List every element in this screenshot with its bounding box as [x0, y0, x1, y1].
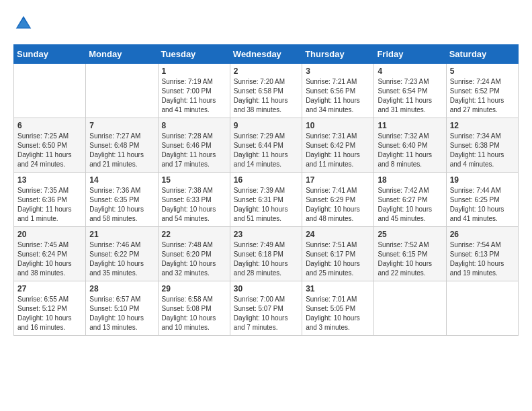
- calendar-cell: 31Sunrise: 7:01 AM Sunset: 5:05 PM Dayli…: [302, 281, 374, 336]
- calendar-cell: 22Sunrise: 7:48 AM Sunset: 6:20 PM Dayli…: [158, 227, 230, 281]
- day-info: Sunrise: 6:58 AM Sunset: 5:08 PM Dayligh…: [162, 295, 226, 332]
- day-info: Sunrise: 6:57 AM Sunset: 5:10 PM Dayligh…: [89, 295, 154, 332]
- day-number: 22: [162, 230, 226, 239]
- day-info: Sunrise: 7:19 AM Sunset: 7:00 PM Dayligh…: [162, 77, 226, 115]
- day-number: 6: [17, 121, 82, 130]
- calendar-cell: 27Sunrise: 6:55 AM Sunset: 5:12 PM Dayli…: [14, 281, 86, 336]
- day-number: 26: [450, 230, 515, 239]
- day-info: Sunrise: 7:54 AM Sunset: 6:13 PM Dayligh…: [450, 240, 515, 278]
- page-header: [13, 13, 519, 34]
- day-number: 27: [17, 284, 82, 293]
- weekday-header-thursday: Thursday: [302, 45, 374, 64]
- day-info: Sunrise: 7:34 AM Sunset: 6:38 PM Dayligh…: [450, 132, 515, 169]
- day-info: Sunrise: 7:42 AM Sunset: 6:27 PM Dayligh…: [378, 186, 442, 224]
- day-number: 5: [450, 66, 515, 76]
- day-number: 23: [234, 230, 298, 239]
- calendar-cell: [86, 64, 158, 118]
- day-info: Sunrise: 7:38 AM Sunset: 6:33 PM Dayligh…: [162, 186, 226, 224]
- day-number: 16: [234, 175, 298, 185]
- day-info: Sunrise: 7:27 AM Sunset: 6:48 PM Dayligh…: [89, 132, 154, 169]
- calendar-cell: 19Sunrise: 7:44 AM Sunset: 6:25 PM Dayli…: [446, 173, 518, 227]
- day-info: Sunrise: 7:00 AM Sunset: 5:07 PM Dayligh…: [234, 295, 298, 332]
- day-info: Sunrise: 7:46 AM Sunset: 6:22 PM Dayligh…: [89, 240, 154, 278]
- weekday-header-friday: Friday: [374, 45, 446, 64]
- calendar-cell: 8Sunrise: 7:28 AM Sunset: 6:46 PM Daylig…: [158, 118, 230, 173]
- week-row-3: 13Sunrise: 7:35 AM Sunset: 6:36 PM Dayli…: [14, 173, 519, 227]
- day-info: Sunrise: 7:41 AM Sunset: 6:29 PM Dayligh…: [306, 186, 370, 224]
- calendar-cell: 2Sunrise: 7:20 AM Sunset: 6:58 PM Daylig…: [230, 64, 302, 118]
- day-info: Sunrise: 7:21 AM Sunset: 6:56 PM Dayligh…: [306, 77, 370, 115]
- calendar-cell: 4Sunrise: 7:23 AM Sunset: 6:54 PM Daylig…: [374, 64, 446, 118]
- calendar-cell: 29Sunrise: 6:58 AM Sunset: 5:08 PM Dayli…: [158, 281, 230, 336]
- calendar-cell: 23Sunrise: 7:49 AM Sunset: 6:18 PM Dayli…: [230, 227, 302, 281]
- day-number: 8: [162, 121, 226, 130]
- calendar-cell: 3Sunrise: 7:21 AM Sunset: 6:56 PM Daylig…: [302, 64, 374, 118]
- day-number: 4: [378, 66, 442, 76]
- calendar-table: SundayMondayTuesdayWednesdayThursdayFrid…: [13, 44, 519, 336]
- calendar-cell: 6Sunrise: 7:25 AM Sunset: 6:50 PM Daylig…: [14, 118, 86, 173]
- day-info: Sunrise: 7:39 AM Sunset: 6:31 PM Dayligh…: [234, 186, 298, 224]
- calendar-cell: 7Sunrise: 7:27 AM Sunset: 6:48 PM Daylig…: [86, 118, 158, 173]
- weekday-header-tuesday: Tuesday: [158, 45, 230, 64]
- day-info: Sunrise: 7:29 AM Sunset: 6:44 PM Dayligh…: [234, 132, 298, 169]
- weekday-header-wednesday: Wednesday: [230, 45, 302, 64]
- calendar-cell: 1Sunrise: 7:19 AM Sunset: 7:00 PM Daylig…: [158, 64, 230, 118]
- calendar-cell: [14, 64, 86, 118]
- calendar-cell: 26Sunrise: 7:54 AM Sunset: 6:13 PM Dayli…: [446, 227, 518, 281]
- weekday-header-row: SundayMondayTuesdayWednesdayThursdayFrid…: [14, 45, 519, 64]
- day-number: 2: [234, 66, 298, 76]
- day-number: 14: [89, 175, 154, 185]
- day-number: 29: [162, 284, 226, 293]
- calendar-cell: 10Sunrise: 7:31 AM Sunset: 6:42 PM Dayli…: [302, 118, 374, 173]
- day-info: Sunrise: 7:01 AM Sunset: 5:05 PM Dayligh…: [306, 295, 370, 332]
- week-row-5: 27Sunrise: 6:55 AM Sunset: 5:12 PM Dayli…: [14, 281, 519, 336]
- calendar-cell: 25Sunrise: 7:52 AM Sunset: 6:15 PM Dayli…: [374, 227, 446, 281]
- week-row-2: 6Sunrise: 7:25 AM Sunset: 6:50 PM Daylig…: [14, 118, 519, 173]
- day-info: Sunrise: 7:51 AM Sunset: 6:17 PM Dayligh…: [306, 240, 370, 278]
- day-number: 21: [89, 230, 154, 239]
- calendar-cell: 21Sunrise: 7:46 AM Sunset: 6:22 PM Dayli…: [86, 227, 158, 281]
- day-number: 24: [306, 230, 370, 239]
- day-number: 10: [306, 121, 370, 130]
- weekday-header-saturday: Saturday: [446, 45, 518, 64]
- day-number: 17: [306, 175, 370, 185]
- day-number: 19: [450, 175, 515, 185]
- day-info: Sunrise: 6:55 AM Sunset: 5:12 PM Dayligh…: [17, 295, 82, 332]
- day-number: 15: [162, 175, 226, 185]
- calendar-cell: [446, 281, 518, 336]
- day-info: Sunrise: 7:36 AM Sunset: 6:35 PM Dayligh…: [89, 186, 154, 224]
- day-number: 30: [234, 284, 298, 293]
- week-row-4: 20Sunrise: 7:45 AM Sunset: 6:24 PM Dayli…: [14, 227, 519, 281]
- logo-icon: [13, 13, 34, 34]
- day-number: 20: [17, 230, 82, 239]
- week-row-1: 1Sunrise: 7:19 AM Sunset: 7:00 PM Daylig…: [14, 64, 519, 118]
- calendar-cell: 9Sunrise: 7:29 AM Sunset: 6:44 PM Daylig…: [230, 118, 302, 173]
- day-number: 18: [378, 175, 442, 185]
- weekday-header-sunday: Sunday: [14, 45, 86, 64]
- calendar-cell: 20Sunrise: 7:45 AM Sunset: 6:24 PM Dayli…: [14, 227, 86, 281]
- weekday-header-monday: Monday: [86, 45, 158, 64]
- day-number: 7: [89, 121, 154, 130]
- day-info: Sunrise: 7:44 AM Sunset: 6:25 PM Dayligh…: [450, 186, 515, 224]
- day-number: 13: [17, 175, 82, 185]
- day-info: Sunrise: 7:20 AM Sunset: 6:58 PM Dayligh…: [234, 77, 298, 115]
- day-info: Sunrise: 7:49 AM Sunset: 6:18 PM Dayligh…: [234, 240, 298, 278]
- day-info: Sunrise: 7:23 AM Sunset: 6:54 PM Dayligh…: [378, 77, 442, 115]
- calendar-cell: 5Sunrise: 7:24 AM Sunset: 6:52 PM Daylig…: [446, 64, 518, 118]
- calendar-cell: 24Sunrise: 7:51 AM Sunset: 6:17 PM Dayli…: [302, 227, 374, 281]
- calendar-cell: 18Sunrise: 7:42 AM Sunset: 6:27 PM Dayli…: [374, 173, 446, 227]
- day-info: Sunrise: 7:24 AM Sunset: 6:52 PM Dayligh…: [450, 77, 515, 115]
- day-number: 9: [234, 121, 298, 130]
- day-number: 3: [306, 66, 370, 76]
- day-number: 11: [378, 121, 442, 130]
- day-number: 28: [89, 284, 154, 293]
- calendar-cell: 16Sunrise: 7:39 AM Sunset: 6:31 PM Dayli…: [230, 173, 302, 227]
- day-info: Sunrise: 7:48 AM Sunset: 6:20 PM Dayligh…: [162, 240, 226, 278]
- logo: [13, 13, 36, 34]
- calendar-cell: 28Sunrise: 6:57 AM Sunset: 5:10 PM Dayli…: [86, 281, 158, 336]
- calendar-cell: [374, 281, 446, 336]
- day-number: 25: [378, 230, 442, 239]
- day-info: Sunrise: 7:31 AM Sunset: 6:42 PM Dayligh…: [306, 132, 370, 169]
- calendar-cell: 11Sunrise: 7:32 AM Sunset: 6:40 PM Dayli…: [374, 118, 446, 173]
- day-number: 1: [162, 66, 226, 76]
